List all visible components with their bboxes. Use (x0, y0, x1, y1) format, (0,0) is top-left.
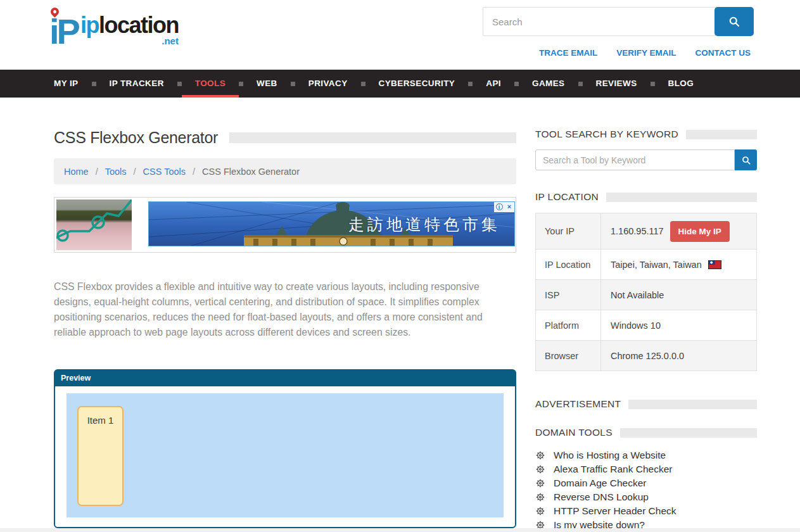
search-button[interactable] (714, 7, 754, 36)
heading-bar (606, 193, 757, 202)
nav-separator (651, 82, 655, 86)
row-label: Browser (536, 341, 601, 370)
logo-monogram-text: iP (49, 11, 78, 51)
tool-search-input[interactable] (535, 149, 735, 170)
nav-item-games[interactable]: GAMES (519, 70, 578, 98)
nav-item-tools[interactable]: TOOLS (182, 70, 239, 98)
taiwan-flag-icon (708, 260, 721, 269)
table-row-isp: ISP Not Available (536, 279, 756, 310)
nav-separator (291, 82, 295, 86)
preview-panel-title: Preview (55, 370, 515, 386)
ad-close-icon[interactable]: × (504, 202, 514, 212)
breadcrumb-separator: / (193, 167, 195, 177)
gear-icon (535, 506, 545, 516)
nav-item-reviews[interactable]: REVIEWS (583, 70, 651, 98)
nav-item-blog[interactable]: BLOG (655, 70, 708, 98)
page-content: CSS Flexbox Generator Home / Tools / CSS… (0, 98, 800, 532)
isp-value: Not Available (611, 290, 664, 300)
logo-ip-text: ip (80, 12, 99, 38)
nav-separator (239, 82, 243, 86)
tool-link-reverse-dns[interactable]: Reverse DNS Lookup (535, 490, 757, 504)
nav-item-my-ip[interactable]: MY IP (41, 70, 92, 98)
contact-us-link[interactable]: CONTACT US (695, 48, 751, 58)
ad-info-icon[interactable]: i (494, 202, 504, 212)
platform-value: Windows 10 (611, 320, 661, 331)
ip-info-table: Your IP 1.160.95.117 Hide My IP IP Locat… (535, 213, 757, 371)
breadcrumb-css-tools[interactable]: CSS Tools (143, 167, 186, 177)
flex-container-preview: Item 1 (67, 393, 504, 517)
ip-address-value: 1.160.95.117 (611, 226, 664, 236)
hide-my-ip-button[interactable]: Hide My IP (670, 221, 730, 242)
search-icon (741, 155, 751, 165)
breadcrumb: Home / Tools / CSS Tools / CSS Flexbox G… (54, 158, 516, 184)
sidebar: TOOL SEARCH BY KEYWORD IP LOCATION Your … (535, 98, 757, 532)
tool-link-domain-age[interactable]: Domain Age Checker (535, 476, 757, 490)
gear-icon (535, 492, 545, 502)
tool-search-button[interactable] (735, 149, 757, 170)
breadcrumb-tools[interactable]: Tools (105, 167, 127, 177)
row-label: Your IP (536, 213, 601, 249)
breadcrumb-current: CSS Flexbox Generator (202, 167, 300, 177)
advertisement-heading: ADVERTISEMENT (535, 398, 757, 410)
heading-bar (686, 130, 757, 139)
nav-item-cybersecurity[interactable]: CYBERSECURITY (365, 70, 469, 98)
table-row-platform: Platform Windows 10 (536, 310, 756, 340)
breadcrumb-home[interactable]: Home (64, 167, 89, 177)
page-title: CSS Flexbox Generator (54, 129, 218, 147)
ip-location-value: Taipei, Taiwan, Taiwan (611, 260, 702, 270)
row-label: IP Location (536, 250, 601, 279)
nav-separator (361, 82, 365, 86)
gear-icon (535, 464, 545, 474)
domain-tools-list: Who is Hosting a Website Alexa Traffic R… (535, 448, 757, 532)
table-row-browser: Browser Chrome 125.0.0.0 (536, 340, 756, 370)
preview-panel: Preview Item 1 (54, 369, 516, 528)
logo-wordmark: iplocation .net (78, 14, 179, 48)
ip-location-heading: IP LOCATION (535, 191, 757, 203)
nav-item-ip-tracker[interactable]: IP TRACKER (96, 70, 177, 98)
tool-search-heading: TOOL SEARCH BY KEYWORD (535, 129, 757, 140)
nav-item-api[interactable]: API (473, 70, 514, 98)
tool-link-http-header[interactable]: HTTP Server Header Check (535, 504, 757, 518)
main-column: CSS Flexbox Generator Home / Tools / CSS… (54, 98, 516, 532)
header-search (483, 7, 754, 36)
nav-separator (468, 82, 473, 86)
site-logo[interactable]: iP iplocation .net (49, 6, 179, 48)
nav-separator (514, 82, 519, 86)
tool-description: CSS Flexbox provides a flexible and intu… (54, 279, 505, 341)
nav-separator (578, 82, 583, 86)
logo-location-text: location (99, 12, 179, 38)
ad-banner[interactable]: 走訪地道特色市集 i × (54, 197, 516, 253)
tool-link-alexa-rank[interactable]: Alexa Traffic Rank Checker (535, 462, 757, 476)
tool-link-who-is-hosting[interactable]: Who is Hosting a Website (535, 448, 757, 462)
flex-item-preview: Item 1 (77, 406, 124, 506)
trace-email-link[interactable]: TRACE EMAIL (539, 48, 597, 58)
nav-separator (92, 82, 96, 86)
verify-email-link[interactable]: VERIFY EMAIL (616, 48, 676, 58)
section-divider (0, 528, 800, 532)
search-icon (728, 15, 740, 28)
search-input[interactable] (483, 7, 716, 36)
heading-bar (628, 400, 757, 409)
table-row-your-ip: Your IP 1.160.95.117 Hide My IP (536, 213, 756, 249)
domain-tools-heading: DOMAIN TOOLS (535, 427, 757, 438)
table-row-ip-location: IP Location Taipei, Taiwan, Taiwan (536, 249, 756, 279)
logo-monogram: iP (49, 6, 78, 48)
heading-bar (620, 428, 757, 438)
title-decoration-bar (229, 132, 516, 143)
nav-separator (177, 82, 182, 86)
browser-value: Chrome 125.0.0.0 (611, 351, 684, 361)
gear-icon (535, 478, 545, 488)
preview-body: Item 1 (55, 386, 515, 527)
ad-overlay-text: 走訪地道特色市集 (348, 213, 500, 234)
site-header: iP iplocation .net TRACE EMAIL VERIFY EM… (0, 0, 800, 70)
tool-search (535, 149, 757, 170)
ad-route-graphic (56, 200, 132, 250)
main-nav: MY IP IP TRACKER TOOLS WEB PRIVACY CYBER… (0, 70, 800, 98)
ad-image-left[interactable] (56, 200, 132, 250)
nav-item-web[interactable]: WEB (243, 70, 291, 98)
breadcrumb-separator: / (134, 167, 136, 177)
nav-item-privacy[interactable]: PRIVACY (295, 70, 361, 98)
breadcrumb-separator: / (96, 167, 98, 177)
ad-image-right[interactable]: 走訪地道特色市集 i × (148, 201, 515, 246)
gear-icon (535, 450, 545, 460)
